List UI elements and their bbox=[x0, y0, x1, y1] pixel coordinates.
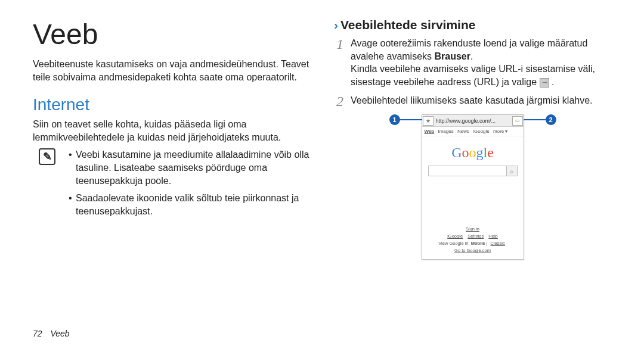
browser-footer-links: Sign in iGoogle Settings Help View Googl… bbox=[422, 224, 524, 259]
intro-paragraph: Veebiteenuste kasutamiseks on vaja andme… bbox=[33, 58, 310, 83]
tabs-icon[interactable] bbox=[512, 116, 523, 126]
footer-mobile[interactable]: Mobile bbox=[471, 241, 485, 246]
footer-view-label: View Google in: bbox=[438, 241, 470, 246]
connector-line bbox=[524, 119, 546, 120]
footer-classic[interactable]: Classic bbox=[491, 241, 505, 246]
callout-2: 2 bbox=[546, 114, 556, 125]
section-title-internet: Internet bbox=[33, 95, 310, 114]
footer-label: Veeb bbox=[50, 329, 69, 338]
nav-more[interactable]: more ▾ bbox=[493, 129, 507, 134]
footer-link[interactable]: Settings bbox=[467, 233, 484, 239]
bookmark-icon[interactable] bbox=[423, 116, 434, 126]
note-icon: ✎ bbox=[39, 148, 55, 165]
signin-link[interactable]: Sign in bbox=[466, 226, 479, 232]
page-footer: 72 Veeb bbox=[33, 329, 70, 338]
page-number: 72 bbox=[33, 329, 42, 338]
step-number: 1 bbox=[334, 37, 346, 88]
footer-link[interactable]: Help bbox=[488, 233, 497, 239]
callout-1: 1 bbox=[389, 114, 400, 125]
connector-line bbox=[400, 119, 422, 120]
go-icon bbox=[540, 78, 549, 88]
url-text[interactable]: http://www.google.com/... bbox=[434, 118, 512, 124]
address-bar[interactable]: http://www.google.com/... bbox=[422, 115, 524, 127]
nav-web[interactable]: Web bbox=[425, 129, 435, 134]
search-input[interactable] bbox=[429, 166, 506, 176]
step-bold: Brauser bbox=[435, 51, 470, 61]
step-2: 2 Veebilehtedel liikumiseks saate kasuta… bbox=[334, 94, 611, 108]
note-item: Saadaolevate ikoonide valik sõltub teie … bbox=[69, 192, 310, 217]
search-button-icon[interactable] bbox=[506, 166, 517, 176]
nav-images[interactable]: Images bbox=[438, 129, 453, 134]
footer-link[interactable]: iGoogle bbox=[447, 233, 463, 239]
goto-google-link[interactable]: Go to Google.com bbox=[454, 248, 491, 253]
phone-screenshot: 1 2 http://www.google.com/... Web Images… bbox=[389, 114, 556, 260]
google-nav: Web Images News iGoogle more ▾ bbox=[422, 127, 524, 136]
step-text: Kindla veebilehe avamiseks valige URL-i … bbox=[351, 64, 595, 87]
google-logo: Google bbox=[422, 136, 524, 166]
subsection-title: ›Veebilehtede sirvimine bbox=[334, 18, 611, 32]
note-item: Veebi kasutamine ja meediumite allalaadi… bbox=[69, 148, 310, 187]
step-number: 2 bbox=[334, 94, 346, 108]
search-box[interactable] bbox=[428, 166, 518, 176]
nav-news[interactable]: News bbox=[457, 129, 469, 134]
step-1: 1 Avage ooterežiimis rakenduste loend ja… bbox=[334, 37, 611, 88]
section-desc: Siin on teavet selle kohta, kuidas pääse… bbox=[33, 118, 310, 144]
step-text: . bbox=[470, 51, 473, 61]
step-text: Veebilehtedel liikumiseks saate kasutada… bbox=[351, 95, 593, 105]
note-box: ✎ Veebi kasutamine ja meediumite allalaa… bbox=[33, 148, 310, 222]
nav-igoogle[interactable]: iGoogle bbox=[473, 129, 490, 134]
chevron-icon: › bbox=[334, 18, 338, 32]
page-title: Veeb bbox=[33, 18, 310, 51]
